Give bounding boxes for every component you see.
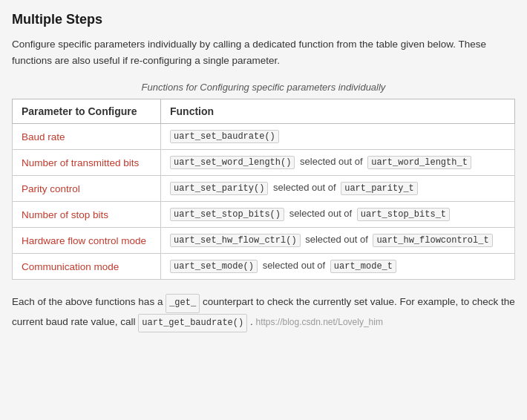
table-row: Number of transmitted bitsuart_set_word_… xyxy=(13,150,515,176)
selected-text: selected out of xyxy=(303,234,371,245)
func-cell: uart_set_parity() selected out of uart_p… xyxy=(161,176,515,202)
table-row: Number of stop bitsuart_set_stop_bits() … xyxy=(13,202,515,228)
func-code: uart_set_word_length() xyxy=(170,156,295,169)
param-cell: Number of stop bits xyxy=(13,202,161,228)
footer-paragraph: Each of the above functions has a _get_ … xyxy=(12,293,515,332)
page-title: Multiple Steps xyxy=(12,12,515,27)
intro-paragraph: Configure specific parameters individual… xyxy=(12,36,515,68)
get-code: _get_ xyxy=(166,294,200,313)
get-baud-code: uart_get_baudrate() xyxy=(138,314,247,333)
func-cell: uart_set_baudrate() xyxy=(161,124,515,150)
type-code: uart_word_length_t xyxy=(367,156,471,169)
func-code: uart_set_parity() xyxy=(170,182,268,195)
type-code: uart_mode_t xyxy=(330,260,396,273)
param-cell: Hardware flow control mode xyxy=(13,228,161,254)
config-table: Parameter to Configure Function Baud rat… xyxy=(12,99,515,280)
table-header-row: Parameter to Configure Function xyxy=(13,99,515,124)
func-cell: uart_set_stop_bits() selected out of uar… xyxy=(161,202,515,228)
col-header-param: Parameter to Configure xyxy=(13,99,161,124)
param-cell: Parity control xyxy=(13,176,161,202)
table-row: Communication modeuart_set_mode() select… xyxy=(13,254,515,280)
param-cell: Number of transmitted bits xyxy=(13,150,161,176)
table-row: Baud rateuart_set_baudrate() xyxy=(13,124,515,150)
param-cell: Communication mode xyxy=(13,254,161,280)
footer-text-1: Each of the above functions has a xyxy=(12,296,166,307)
table-row: Parity controluart_set_parity() selected… xyxy=(13,176,515,202)
table-row: Hardware flow control modeuart_set_hw_fl… xyxy=(13,228,515,254)
type-code: uart_parity_t xyxy=(341,182,418,195)
selected-text: selected out of xyxy=(260,260,328,271)
footer-link[interactable]: https://blog.csdn.net/Lovely_him xyxy=(255,317,382,327)
func-code: uart_set_hw_flow_ctrl() xyxy=(170,234,301,247)
selected-text: selected out of xyxy=(287,208,355,219)
func-code: uart_set_stop_bits() xyxy=(170,208,284,221)
func-cell: uart_set_word_length() selected out of u… xyxy=(161,150,515,176)
selected-text: selected out of xyxy=(297,156,365,167)
param-cell: Baud rate xyxy=(13,124,161,150)
func-cell: uart_set_hw_flow_ctrl() selected out of … xyxy=(161,228,515,254)
footer-text-3: . xyxy=(247,316,253,327)
table-caption: Functions for Configuring specific param… xyxy=(12,82,515,93)
col-header-func: Function xyxy=(161,99,515,124)
type-code: uart_hw_flowcontrol_t xyxy=(373,234,492,247)
intro-text-1: Configure specific parameters individual… xyxy=(12,39,456,50)
func-code: uart_set_mode() xyxy=(170,260,258,273)
selected-text: selected out of xyxy=(270,182,338,193)
func-cell: uart_set_mode() selected out of uart_mod… xyxy=(161,254,515,280)
type-code: uart_stop_bits_t xyxy=(357,208,450,221)
func-code: uart_set_baudrate() xyxy=(170,130,279,143)
